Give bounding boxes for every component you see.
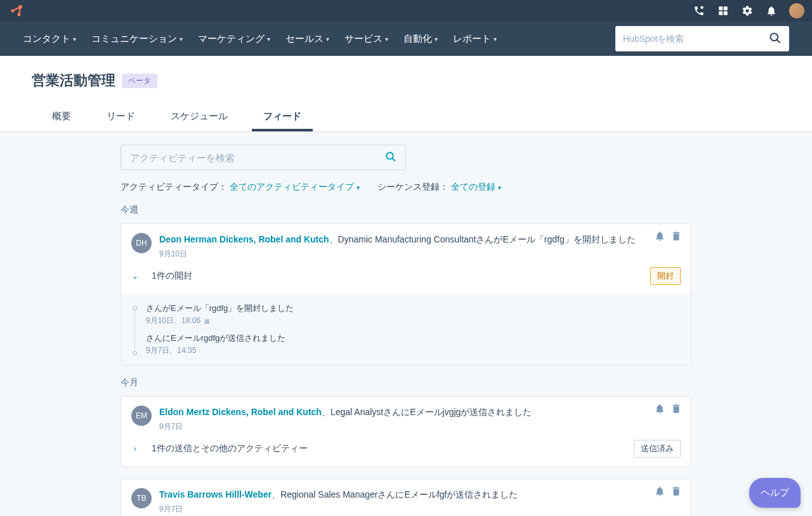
beta-badge: ベータ (122, 74, 157, 88)
timeline-event: さんにEメールrgdfgが送信されました 9月7日、14:35 (146, 333, 681, 356)
topbar (0, 0, 812, 22)
status-badge: 送信済み (634, 440, 681, 458)
section-this-week: 今週 (121, 204, 691, 216)
chevron-down-icon: ▾ (73, 36, 76, 43)
timeline-text: さんがEメール「rgdfg」を開封しました (146, 303, 681, 314)
activity-card: DH Deon Herman Dickens, Robel and Kutch、… (121, 223, 691, 366)
navbar: コンタクト▾ コミュニケーション▾ マーケティング▾ セールス▾ サービス▾ 自… (0, 22, 812, 56)
timeline-line (134, 311, 135, 350)
content: アクティビティータイプ： 全てのアクティビティータイプ▾ シーケンス登録： 全て… (121, 132, 691, 516)
activity-search-input[interactable] (130, 152, 385, 163)
section-this-month: 今月 (121, 377, 691, 388)
phone-icon[interactable] (693, 4, 705, 17)
tabs: 概要 リード スケジュール フィード (32, 103, 780, 131)
timeline-event: さんがEメール「rgdfg」を開封しました 9月10日、18:06🖥 (146, 303, 681, 326)
activity-text: 、Legal AnalystさんにEメールjvgjgが送信されました (322, 407, 532, 417)
nav-sales[interactable]: セールス▾ (285, 33, 329, 45)
chevron-down-icon: ▾ (498, 184, 501, 191)
filter-type-label: アクティビティータイプ： (121, 182, 227, 192)
settings-icon[interactable] (741, 4, 754, 17)
tab-schedule[interactable]: スケジュール (168, 103, 230, 131)
contact-link[interactable]: Travis Barrows Hilll-Weber (159, 489, 272, 499)
tab-feed[interactable]: フィード (261, 103, 304, 131)
search-icon[interactable] (769, 32, 782, 46)
bell-icon[interactable] (654, 486, 665, 499)
activity-card: TB Travis Barrows Hilll-Weber、Regional S… (121, 479, 691, 516)
timeline-dot (133, 306, 137, 310)
monitor-icon: 🖥 (203, 317, 210, 325)
trash-icon[interactable] (671, 486, 682, 499)
activity-text: 、Regional Sales ManagerさんにEメールfgfが送信されまし… (272, 489, 518, 499)
global-search-input[interactable] (623, 34, 769, 44)
svg-rect-4 (719, 6, 723, 10)
chevron-down-icon: ▾ (494, 36, 497, 43)
contact-avatar[interactable]: DH (131, 233, 152, 253)
filters: アクティビティータイプ： 全てのアクティビティータイプ▾ シーケンス登録： 全て… (121, 182, 691, 193)
help-button[interactable]: ヘルプ (749, 478, 801, 508)
page-header: 営業活動管理 ベータ 概要 リード スケジュール フィード (0, 56, 812, 132)
chevron-down-icon: ▾ (435, 36, 438, 43)
nav-menu: コンタクト▾ コミュニケーション▾ マーケティング▾ セールス▾ サービス▾ 自… (23, 33, 497, 45)
global-search[interactable] (615, 26, 789, 51)
activity-date: 9月7日 (159, 421, 681, 432)
svg-point-3 (700, 6, 704, 10)
page-title: 営業活動管理 (32, 71, 115, 90)
timeline: さんがEメール「rgdfg」を開封しました 9月10日、18:06🖥 さんにEメ… (121, 294, 691, 365)
activity-date: 9月10日 (159, 249, 681, 260)
chevron-down-icon: ▾ (267, 36, 270, 43)
search-icon[interactable] (385, 151, 396, 164)
status-badge: 開封 (650, 267, 681, 285)
notifications-icon[interactable] (765, 4, 778, 17)
nav-service[interactable]: サービス▾ (344, 33, 388, 45)
contact-avatar[interactable]: TB (131, 488, 152, 508)
activity-date: 9月7日 (159, 504, 681, 515)
user-avatar[interactable] (789, 3, 804, 18)
contact-link[interactable]: Eldon Mertz Dickens, Robel and Kutch (159, 407, 322, 417)
chevron-down-icon: ▾ (357, 184, 360, 191)
nav-reports[interactable]: レポート▾ (453, 33, 497, 45)
timeline-date: 9月7日、14:35 (146, 345, 681, 356)
svg-rect-7 (724, 11, 728, 15)
nav-marketing[interactable]: マーケティング▾ (198, 33, 270, 45)
svg-point-9 (386, 152, 393, 159)
svg-point-8 (771, 33, 778, 41)
collapse-caret[interactable]: ⌄ (130, 272, 140, 281)
expand-caret[interactable]: › (130, 444, 140, 453)
nav-automation[interactable]: 自動化▾ (403, 33, 438, 45)
trash-icon[interactable] (671, 403, 682, 416)
tab-overview[interactable]: 概要 (49, 103, 74, 131)
trash-icon[interactable] (671, 230, 682, 244)
contact-link[interactable]: Deon Herman Dickens, Robel and Kutch (159, 234, 329, 244)
nav-communication[interactable]: コミュニケーション▾ (91, 33, 183, 45)
filter-seq-value[interactable]: 全ての登録▾ (451, 182, 501, 193)
tab-leads[interactable]: リード (104, 103, 138, 131)
timeline-dot (133, 351, 137, 355)
filter-type-value[interactable]: 全てのアクティビティータイプ▾ (230, 182, 360, 193)
filter-seq-label: シーケンス登録： (377, 182, 449, 192)
svg-rect-6 (719, 11, 723, 15)
chevron-down-icon: ▾ (385, 36, 388, 43)
bell-icon[interactable] (654, 403, 665, 416)
activity-card: EM Eldon Mertz Dickens, Robel and Kutch、… (121, 396, 691, 467)
expand-label: 1件の送信とその他のアクティビティー (152, 443, 308, 454)
timeline-text: さんにEメールrgdfgが送信されました (146, 333, 681, 344)
timeline-date: 9月10日、18:06🖥 (146, 315, 681, 326)
chevron-down-icon: ▾ (326, 36, 329, 43)
nav-contacts[interactable]: コンタクト▾ (23, 33, 76, 45)
activity-search[interactable] (121, 145, 406, 170)
svg-rect-5 (724, 6, 728, 10)
chevron-down-icon: ▾ (180, 36, 183, 43)
activity-text: 、Dynamic Manufacturing ConsultantさんがEメール… (329, 234, 636, 244)
marketplace-icon[interactable] (717, 4, 730, 17)
hubspot-logo[interactable] (8, 2, 25, 20)
expand-label: 1件の開封 (152, 270, 192, 282)
bell-icon[interactable] (654, 230, 665, 244)
contact-avatar[interactable]: EM (131, 406, 152, 426)
